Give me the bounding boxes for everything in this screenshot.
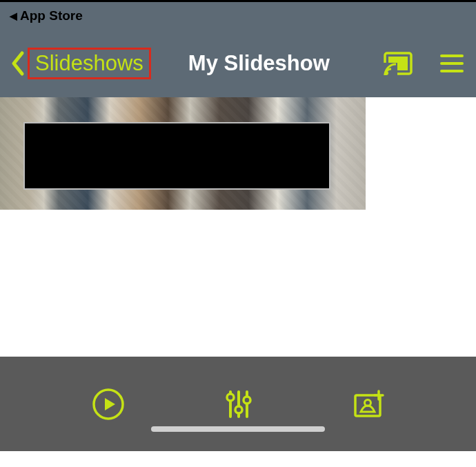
- triangle-left-icon: ◀: [10, 10, 17, 21]
- svg-point-15: [244, 397, 250, 404]
- back-button[interactable]: [10, 50, 25, 77]
- settings-button[interactable]: [225, 389, 252, 419]
- sliders-icon: [225, 389, 252, 419]
- content-area: [0, 97, 476, 372]
- svg-point-13: [227, 394, 234, 401]
- status-bar: ◀ App Store: [0, 2, 476, 30]
- play-button[interactable]: [92, 388, 125, 421]
- slide-thumbnail[interactable]: [0, 97, 366, 210]
- svg-point-4: [384, 71, 388, 75]
- back-label-highlight[interactable]: Slideshows: [28, 48, 151, 79]
- hamburger-icon: [440, 54, 464, 73]
- app-store-back-label: App Store: [20, 8, 83, 23]
- slide-caption-box: [23, 122, 330, 190]
- nav-right-group: [384, 52, 464, 75]
- svg-marker-9: [105, 398, 115, 410]
- nav-bar: Slideshows My Slideshow: [0, 30, 476, 97]
- chevron-left-icon: [10, 50, 25, 77]
- bottom-toolbar: [0, 357, 476, 451]
- app-store-back-link[interactable]: ◀ App Store: [10, 8, 83, 23]
- add-photo-button[interactable]: [353, 390, 384, 419]
- home-indicator: [151, 426, 325, 432]
- bottom-gap: [0, 451, 476, 467]
- home-indicator-container: [0, 426, 476, 432]
- add-image-icon: [353, 390, 384, 419]
- play-circle-icon: [92, 388, 125, 421]
- menu-button[interactable]: [440, 54, 464, 73]
- svg-point-14: [235, 406, 242, 413]
- cast-icon: [384, 52, 413, 75]
- cast-button[interactable]: [384, 52, 413, 75]
- page-title: My Slideshow: [188, 51, 330, 76]
- back-label: Slideshows: [35, 51, 143, 75]
